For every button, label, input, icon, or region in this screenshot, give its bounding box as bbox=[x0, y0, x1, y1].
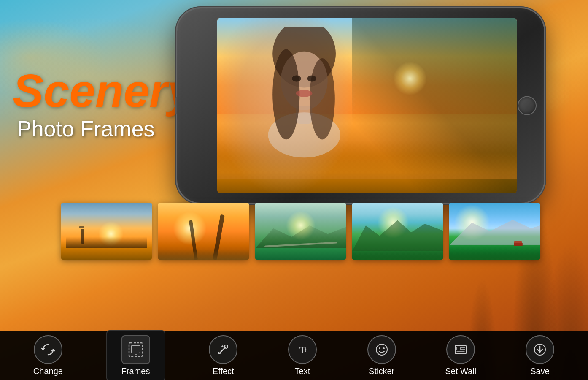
svg-text:t: t bbox=[305, 347, 307, 353]
save-label: Save bbox=[530, 366, 550, 376]
toolbar-item-set-wall[interactable]: Set Wall bbox=[440, 335, 482, 376]
svg-rect-10 bbox=[132, 345, 140, 353]
toolbar-item-text[interactable]: T t Text bbox=[281, 335, 324, 376]
phone-screen-container bbox=[217, 18, 517, 193]
change-label: Change bbox=[33, 366, 63, 376]
effect-icon bbox=[209, 335, 237, 364]
sticker-label: Sticker bbox=[369, 366, 394, 376]
toolbar-item-sticker[interactable]: Sticker bbox=[361, 335, 403, 376]
thumbnail-strip bbox=[61, 203, 540, 260]
thumbnail-2[interactable] bbox=[158, 203, 249, 260]
toolbar-item-change[interactable]: Change bbox=[27, 335, 69, 376]
svg-point-14 bbox=[224, 345, 228, 348]
save-icon bbox=[526, 335, 554, 364]
svg-point-24 bbox=[379, 347, 380, 349]
svg-point-7 bbox=[307, 75, 316, 81]
svg-point-25 bbox=[383, 347, 385, 349]
phone-mockup bbox=[177, 8, 544, 207]
title-scenery: Scenery bbox=[13, 68, 193, 114]
toolbar-item-frames[interactable]: Frames bbox=[106, 330, 165, 380]
frames-icon bbox=[121, 335, 150, 364]
set-wall-icon bbox=[446, 335, 475, 364]
svg-rect-27 bbox=[457, 347, 460, 350]
svg-point-4 bbox=[272, 49, 299, 139]
frames-label: Frames bbox=[121, 366, 150, 376]
svg-point-6 bbox=[292, 75, 301, 81]
toolbar-item-save[interactable]: Save bbox=[519, 335, 561, 376]
woman-face-svg bbox=[241, 27, 367, 185]
set-wall-label: Set Wall bbox=[445, 366, 476, 376]
change-icon bbox=[34, 335, 62, 364]
text-label: Text bbox=[295, 366, 310, 376]
svg-point-23 bbox=[376, 344, 387, 355]
phone-body bbox=[177, 8, 544, 203]
thumbnail-3[interactable] bbox=[255, 203, 346, 260]
toolbar-item-effect[interactable]: Effect bbox=[202, 335, 244, 376]
svg-point-5 bbox=[310, 58, 335, 140]
thumbnail-4[interactable] bbox=[352, 203, 443, 260]
title-area: Scenery Photo Frames bbox=[13, 68, 193, 141]
title-photo-frames: Photo Frames bbox=[17, 116, 193, 141]
screen-sun-glow bbox=[393, 62, 427, 95]
toolbar: Change Frames bbox=[0, 331, 588, 380]
phone-home-button bbox=[518, 96, 537, 115]
text-icon: T t bbox=[288, 335, 317, 364]
svg-point-8 bbox=[296, 90, 313, 97]
thumbnail-1[interactable] bbox=[61, 203, 152, 260]
sticker-icon bbox=[367, 335, 396, 364]
phone-screen bbox=[217, 18, 517, 193]
thumbnail-5[interactable] bbox=[449, 203, 540, 260]
phone-side-button bbox=[175, 97, 177, 114]
effect-label: Effect bbox=[213, 366, 234, 376]
